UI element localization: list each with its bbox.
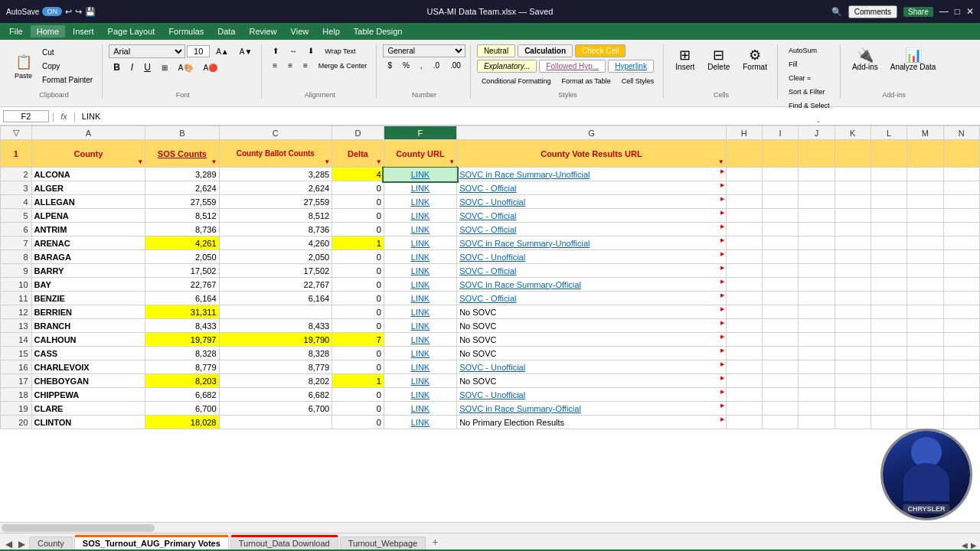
cell-n-7[interactable] — [943, 236, 979, 250]
cell-link-6[interactable]: LINK — [384, 223, 456, 236]
format-painter-button[interactable]: Format Painter — [38, 73, 97, 86]
select-all-icon[interactable]: ▽ — [13, 128, 19, 137]
cell-j-10[interactable] — [799, 278, 835, 292]
row-number-8[interactable]: 8 — [1, 250, 32, 264]
cell-link-12[interactable]: LINK — [384, 305, 456, 319]
cell-i-18[interactable] — [762, 388, 798, 402]
cell-n-12[interactable] — [943, 305, 979, 319]
cell-k-3[interactable] — [835, 181, 871, 195]
col-header-h[interactable]: H — [726, 126, 762, 140]
autosave-toggle[interactable]: ON — [42, 7, 62, 16]
analyze-data-button[interactable]: 📊Analyze Data — [885, 44, 941, 88]
cell-n-17[interactable] — [943, 374, 979, 388]
cell-n-19[interactable] — [943, 402, 979, 416]
cell-k-19[interactable] — [835, 402, 871, 416]
cell-link-4[interactable]: LINK — [384, 195, 456, 209]
cell-m-10[interactable] — [907, 278, 943, 292]
cell-i-9[interactable] — [762, 264, 798, 278]
close-icon[interactable]: ✕ — [966, 6, 974, 17]
save-icon[interactable]: 💾 — [85, 7, 96, 17]
comments-button[interactable]: Comments — [848, 5, 897, 18]
cell-k-15[interactable] — [835, 347, 871, 360]
cell-k-11[interactable] — [835, 292, 871, 305]
cell-link-9[interactable]: LINK — [384, 264, 456, 278]
cell-n-18[interactable] — [943, 388, 979, 402]
cell-county-6[interactable]: ANTRIM — [31, 223, 145, 236]
format-table-button[interactable]: Format as Table — [557, 75, 615, 87]
cell-link-13[interactable]: LINK — [384, 319, 456, 333]
find-select-button[interactable]: Find & Select — [784, 99, 835, 112]
cell-delta-2[interactable]: 4 — [332, 168, 384, 181]
cell-m-17[interactable] — [907, 374, 943, 388]
cell-n-3[interactable] — [943, 181, 979, 195]
cell-sos-7[interactable]: 4,261 — [145, 236, 219, 250]
format-button[interactable]: ⚙Format — [737, 44, 773, 75]
scroll-tab-right[interactable]: ▶ — [16, 539, 28, 549]
cell-delta-9[interactable]: 0 — [332, 264, 384, 278]
cell-n-9[interactable] — [943, 264, 979, 278]
currency-button[interactable]: $ — [383, 59, 397, 72]
cell-l-5[interactable] — [871, 209, 906, 223]
insert-button[interactable]: ⊞Insert — [670, 44, 700, 75]
cell-delta-19[interactable]: 0 — [332, 402, 384, 416]
menu-review[interactable]: Review — [243, 25, 283, 37]
cell-results-17[interactable]: No SOVC▶ — [457, 374, 727, 388]
cell-results-13[interactable]: No SOVC▶ — [457, 319, 727, 333]
cell-ballot-12[interactable] — [219, 305, 332, 319]
cell-link-14[interactable]: LINK — [384, 333, 456, 347]
cell-ballot-13[interactable]: 8,433 — [219, 319, 332, 333]
cell-i-7[interactable] — [762, 236, 798, 250]
cell-j-9[interactable] — [799, 264, 835, 278]
cell-ballot-7[interactable]: 4,260 — [219, 236, 332, 250]
clear-button[interactable]: Clear = — [784, 72, 835, 84]
row-number-10[interactable]: 10 — [1, 278, 32, 292]
cell-k-4[interactable] — [835, 195, 871, 209]
cell-l-20[interactable] — [871, 416, 906, 429]
cell-n-14[interactable] — [943, 333, 979, 347]
minimize-icon[interactable]: — — [939, 6, 949, 17]
cell-m-7[interactable] — [907, 236, 943, 250]
cell-n-8[interactable] — [943, 250, 979, 264]
cell-l-14[interactable] — [871, 333, 906, 347]
cell-m-6[interactable] — [907, 223, 943, 236]
cell-link-18[interactable]: LINK — [384, 388, 456, 402]
cell-k-5[interactable] — [835, 209, 871, 223]
cell-h-11[interactable] — [726, 292, 762, 305]
cell-n-15[interactable] — [943, 347, 979, 360]
cell-k-12[interactable] — [835, 305, 871, 319]
cell-m-14[interactable] — [907, 333, 943, 347]
cell-k-16[interactable] — [835, 360, 871, 374]
cell-sos-12[interactable]: 31,311 — [145, 305, 219, 319]
cell-h-13[interactable] — [726, 319, 762, 333]
cell-sos-19[interactable]: 6,700 — [145, 402, 219, 416]
cell-results-19[interactable]: SOVC in Race Summary-Official▶ — [457, 402, 727, 416]
align-left-button[interactable]: ≡ — [268, 59, 282, 72]
row-number-3[interactable]: 3 — [1, 181, 32, 195]
number-format-select[interactable]: General — [383, 44, 466, 57]
cell-j-13[interactable] — [799, 319, 835, 333]
cell-j-20[interactable] — [799, 416, 835, 429]
cell-results-16[interactable]: SOVC - Unofficial▶ — [457, 360, 727, 374]
row-number-14[interactable]: 14 — [1, 333, 32, 347]
cell-ballot-19[interactable]: 6,700 — [219, 402, 332, 416]
cell-l-15[interactable] — [871, 347, 906, 360]
cell-results-11[interactable]: SOVC - Official▶ — [457, 292, 727, 305]
cell-n-16[interactable] — [943, 360, 979, 374]
row-number-16[interactable]: 16 — [1, 360, 32, 374]
cell-ballot-15[interactable]: 8,328 — [219, 347, 332, 360]
col-header-g[interactable]: G — [457, 126, 727, 140]
cell-l-17[interactable] — [871, 374, 906, 388]
horizontal-scrollbar[interactable] — [0, 522, 980, 533]
cell-ballot-6[interactable]: 8,736 — [219, 223, 332, 236]
cell-county-2[interactable]: ALCONA — [31, 168, 145, 181]
cell-l-18[interactable] — [871, 388, 906, 402]
cell-results-20[interactable]: No Primary Election Results▶ — [457, 416, 727, 429]
cell-link-7[interactable]: LINK — [384, 236, 456, 250]
row-number-20[interactable]: 20 — [1, 416, 32, 429]
align-top-button[interactable]: ⬆ — [268, 44, 283, 57]
cell-j-8[interactable] — [799, 250, 835, 264]
cell-sos-10[interactable]: 22,767 — [145, 278, 219, 292]
cell-ballot-8[interactable]: 2,050 — [219, 250, 332, 264]
cell-k-2[interactable] — [835, 168, 871, 181]
hyperlink-style[interactable]: Hyperlink — [608, 60, 654, 73]
